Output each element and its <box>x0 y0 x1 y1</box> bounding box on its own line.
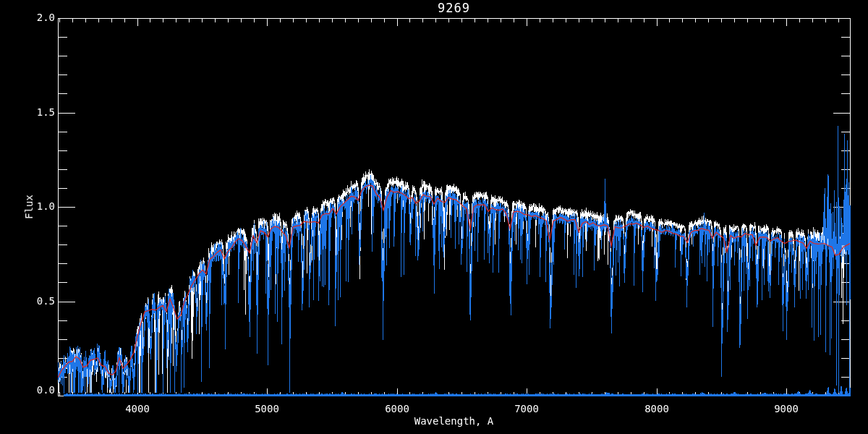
y-axis-label: Flux <box>23 195 35 219</box>
plot-title: 9269 <box>58 1 850 15</box>
x-axis-label: Wavelength, A <box>58 415 850 427</box>
spectrum-figure: 9269 Flux Wavelength, A <box>0 0 868 434</box>
spectrum-plot-canvas <box>0 0 868 434</box>
